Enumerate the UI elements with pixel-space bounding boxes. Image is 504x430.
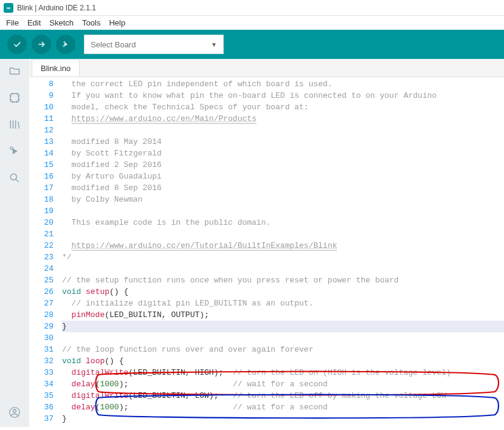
line-number: 36 <box>29 401 62 413</box>
workspace: Blink.ino 8 the correct LED pin independ… <box>0 59 504 427</box>
line-number: 22 <box>29 240 62 251</box>
tabbar: Blink.ino <box>29 59 504 77</box>
svg-point-3 <box>10 147 13 149</box>
debug-icon[interactable] <box>7 144 22 159</box>
code-line[interactable]: 12 <box>29 125 504 136</box>
line-content <box>62 228 504 240</box>
code-line[interactable]: 8 the correct LED pin independent of whi… <box>29 78 504 90</box>
code-line[interactable]: 9 If you want to know what pin the on-bo… <box>29 90 504 101</box>
code-line[interactable]: 33 digitalWrite(LED_BUILTIN, HIGH); // t… <box>29 367 504 378</box>
line-content: by Scott Fitzgerald <box>62 148 504 159</box>
code-line[interactable]: 27 // initialize digital pin LED_BUILTIN… <box>29 298 504 309</box>
upload-button[interactable] <box>32 35 51 54</box>
line-content: https://www.arduino.cc/en/Main/Products <box>62 113 504 125</box>
code-line[interactable]: 14 by Scott Fitzgerald <box>29 148 504 159</box>
code-line[interactable]: 36 delay(1000); // wait for a second <box>29 401 504 413</box>
code-line[interactable]: 31// the loop function runs over and ove… <box>29 344 504 355</box>
library-manager-icon[interactable] <box>7 117 22 132</box>
code-line[interactable]: 20 This example code is in the public do… <box>29 217 504 228</box>
code-line[interactable]: 25// the setup function runs once when y… <box>29 275 504 286</box>
menu-help[interactable]: Help <box>109 18 125 27</box>
line-content: void setup() { <box>62 286 504 298</box>
line-number: 37 <box>29 413 62 425</box>
code-line[interactable]: 28 pinMode(LED_BUILTIN, OUTPUT); <box>29 309 504 321</box>
code-line[interactable]: 23*/ <box>29 251 504 263</box>
line-number: 35 <box>29 390 62 401</box>
menu-file[interactable]: File <box>6 18 19 27</box>
debug-play-icon <box>61 39 71 49</box>
line-content <box>62 125 504 136</box>
line-number: 28 <box>29 309 62 321</box>
line-number: 15 <box>29 159 62 171</box>
line-content: modified 2 Sep 2016 <box>62 159 504 171</box>
line-number: 18 <box>29 194 62 205</box>
menu-edit[interactable]: Edit <box>27 18 41 27</box>
toolbar: Select Board ▼ <box>0 30 504 59</box>
folder-icon[interactable] <box>7 64 22 78</box>
line-number: 23 <box>29 251 62 263</box>
tab-blink[interactable]: Blink.ino <box>32 60 80 77</box>
line-number: 34 <box>29 378 62 390</box>
editor-pane: Blink.ino 8 the correct LED pin independ… <box>29 59 504 427</box>
line-number: 10 <box>29 101 62 113</box>
line-content: */ <box>62 251 504 263</box>
line-number: 11 <box>29 113 62 125</box>
line-number: 30 <box>29 332 62 344</box>
code-line[interactable]: 22 https://www.arduino.cc/en/Tutorial/Bu… <box>29 240 504 251</box>
code-line[interactable]: 32void loop() { <box>29 355 504 367</box>
line-content <box>62 263 504 275</box>
code-line[interactable]: 34 delay(1000); // wait for a second <box>29 378 504 390</box>
line-number: 29 <box>29 321 62 332</box>
check-icon <box>12 39 22 49</box>
code-line[interactable]: 24 <box>29 263 504 275</box>
code-line[interactable]: 38 <box>29 425 504 427</box>
code-editor[interactable]: 8 the correct LED pin independent of whi… <box>29 77 504 427</box>
user-profile-icon[interactable] <box>7 405 22 420</box>
code-line[interactable]: 29} <box>29 321 504 332</box>
line-content: // initialize digital pin LED_BUILTIN as… <box>62 298 504 309</box>
line-number: 26 <box>29 286 62 298</box>
board-selector[interactable]: Select Board ▼ <box>84 35 224 54</box>
line-content: // the setup function runs once when you… <box>62 275 504 286</box>
line-number: 38 <box>29 425 62 427</box>
code-line[interactable]: 21 <box>29 228 504 240</box>
code-line[interactable]: 10 model, check the Technical Specs of y… <box>29 101 504 113</box>
line-content <box>62 332 504 344</box>
code-line[interactable]: 17 modified 8 Sep 2016 <box>29 182 504 194</box>
menu-tools[interactable]: Tools <box>82 18 100 27</box>
line-content: } <box>62 321 504 332</box>
line-number: 9 <box>29 90 62 101</box>
line-number: 25 <box>29 275 62 286</box>
menu-sketch[interactable]: Sketch <box>49 18 74 27</box>
code-line[interactable]: 18 by Colby Newman <box>29 194 504 205</box>
line-number: 20 <box>29 217 62 228</box>
menubar: File Edit Sketch Tools Help <box>0 16 504 30</box>
svg-rect-2 <box>10 94 18 101</box>
line-content: digitalWrite(LED_BUILTIN, HIGH); // turn… <box>62 367 504 378</box>
verify-button[interactable] <box>7 35 27 54</box>
code-line[interactable]: 37} <box>29 413 504 425</box>
svg-point-1 <box>63 45 64 47</box>
line-number: 12 <box>29 125 62 136</box>
sidebar <box>0 59 29 427</box>
debug-button[interactable] <box>56 35 75 54</box>
code-line[interactable]: 11 https://www.arduino.cc/en/Main/Produc… <box>29 113 504 125</box>
boards-manager-icon[interactable] <box>7 90 22 105</box>
code-line[interactable]: 19 <box>29 205 504 217</box>
line-content: model, check the Technical Specs of your… <box>62 101 504 113</box>
line-content: https://www.arduino.cc/en/Tutorial/Built… <box>62 240 504 251</box>
code-line[interactable]: 26void setup() { <box>29 286 504 298</box>
line-content: } <box>62 413 504 425</box>
line-number: 13 <box>29 136 62 148</box>
line-number: 16 <box>29 171 62 182</box>
code-line[interactable]: 13 modified 8 May 2014 <box>29 136 504 148</box>
code-line[interactable]: 16 by Arturo Guadalupi <box>29 171 504 182</box>
svg-point-4 <box>10 174 16 180</box>
arduino-app-icon: ∞ <box>4 3 13 13</box>
line-content: delay(1000); // wait for a second <box>62 378 504 390</box>
code-line[interactable]: 35 digitalWrite(LED_BUILTIN, LOW); // tu… <box>29 390 504 401</box>
code-line[interactable]: 15 modified 2 Sep 2016 <box>29 159 504 171</box>
line-number: 27 <box>29 298 62 309</box>
code-line[interactable]: 30 <box>29 332 504 344</box>
search-icon[interactable] <box>7 171 22 185</box>
